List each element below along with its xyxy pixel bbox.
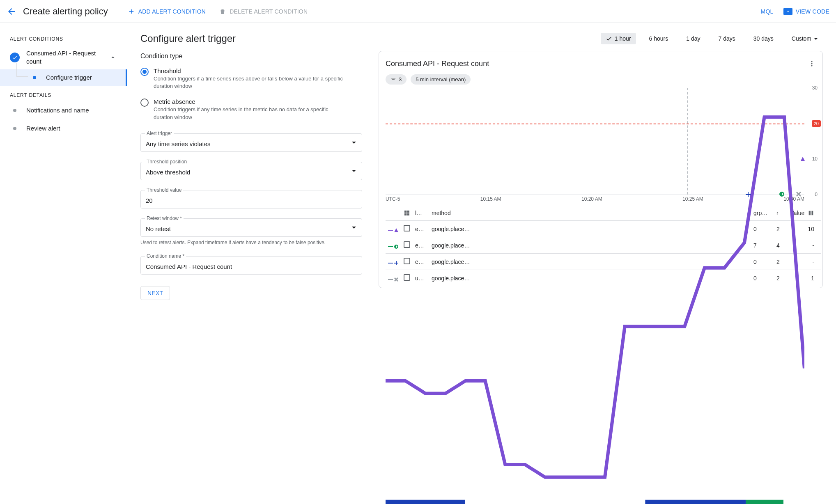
sidebar-heading-conditions: ALERT CONDITIONS — [0, 33, 127, 45]
filter-icon — [390, 77, 396, 82]
topbar: Create alerting policy ADD ALERT CONDITI… — [0, 0, 836, 23]
page-title: Create alerting policy — [23, 6, 108, 17]
back-arrow-icon — [7, 7, 16, 16]
chart-column: 1 hour 6 hours 1 day 7 days 30 days Cust… — [379, 33, 823, 300]
time-range-7days[interactable]: 7 days — [713, 33, 740, 44]
form-heading: Configure alert trigger — [140, 33, 362, 44]
svg-marker-0 — [801, 157, 805, 161]
condition-name-input[interactable]: Condition name * Consumed API - Request … — [140, 256, 362, 275]
chart-area[interactable]: 30 10 0 20 — [386, 88, 804, 195]
retest-hint: Used to retest alerts. Expand timeframe … — [140, 239, 362, 246]
threshold-badge: 20 — [812, 120, 821, 127]
view-code-button[interactable]: VIEW CODE — [783, 8, 829, 15]
chart-card: Consumed API - Request count 3 5 min int… — [379, 51, 823, 288]
time-range-30days[interactable]: 30 days — [749, 33, 779, 44]
triangle-marker-icon — [800, 156, 805, 161]
delete-alert-condition-button[interactable]: DELETE ALERT CONDITION — [219, 8, 308, 15]
chart-lines — [386, 88, 804, 504]
time-range-selector: 1 hour 6 hours 1 day 7 days 30 days Cust… — [379, 33, 823, 44]
sidebar-item-review[interactable]: Review alert — [0, 119, 127, 137]
filter-chip[interactable]: 3 — [386, 74, 407, 85]
plus-icon — [128, 8, 135, 15]
retest-window-select[interactable]: Retest window * No retest — [140, 218, 362, 237]
radio-threshold[interactable]: Threshold Condition triggers if a time s… — [140, 65, 362, 92]
sidebar-item-configure-trigger[interactable]: Configure trigger — [0, 69, 127, 86]
plus-marker-icon — [746, 192, 751, 197]
time-range-1day[interactable]: 1 day — [681, 33, 705, 44]
trash-icon — [219, 8, 226, 15]
sidebar: ALERT CONDITIONS Consumed API - Request … — [0, 23, 127, 504]
column-settings-icon[interactable] — [808, 210, 814, 216]
dot-icon — [33, 76, 36, 79]
sidebar-heading-details: ALERT DETAILS — [0, 89, 127, 101]
check-circle-icon — [10, 53, 20, 62]
radio-metric-absence[interactable]: Metric absence Condition triggers if any… — [140, 96, 362, 123]
radio-icon — [140, 68, 149, 76]
chart-menu-button[interactable] — [806, 58, 818, 69]
code-icon — [783, 8, 792, 15]
top-actions: ADD ALERT CONDITION DELETE ALERT CONDITI… — [128, 8, 308, 15]
dot-icon — [13, 109, 16, 112]
condition-type-heading: Condition type — [140, 53, 362, 60]
radio-icon — [140, 99, 149, 107]
threshold-value-input[interactable]: Threshold value 20 — [140, 190, 362, 208]
time-range-6hours[interactable]: 6 hours — [644, 33, 673, 44]
time-range-1hour[interactable]: 1 hour — [601, 33, 636, 44]
back-button[interactable] — [3, 3, 20, 20]
time-range-custom[interactable]: Custom — [787, 33, 823, 44]
chart-title: Consumed API - Request count — [386, 60, 803, 68]
form-column: Configure alert trigger Condition type T… — [140, 33, 362, 300]
alert-trigger-select[interactable]: Alert trigger Any time series violates — [140, 133, 362, 152]
check-icon — [606, 35, 612, 42]
add-alert-condition-button[interactable]: ADD ALERT CONDITION — [128, 8, 206, 15]
dot-icon — [13, 127, 16, 130]
mql-button[interactable]: MQL — [761, 8, 774, 15]
sidebar-item-notifications[interactable]: Notifications and name — [0, 101, 127, 119]
interval-chip[interactable]: 5 min interval (mean) — [411, 74, 471, 85]
pac-marker-icon — [779, 192, 784, 197]
x-marker-icon — [796, 192, 801, 197]
threshold-position-select[interactable]: Threshold position Above threshold — [140, 162, 362, 180]
more-vert-icon — [808, 60, 816, 68]
main: Configure alert trigger Condition type T… — [127, 23, 836, 504]
next-button[interactable]: NEXT — [140, 286, 170, 300]
chevron-up-icon[interactable] — [109, 53, 117, 62]
